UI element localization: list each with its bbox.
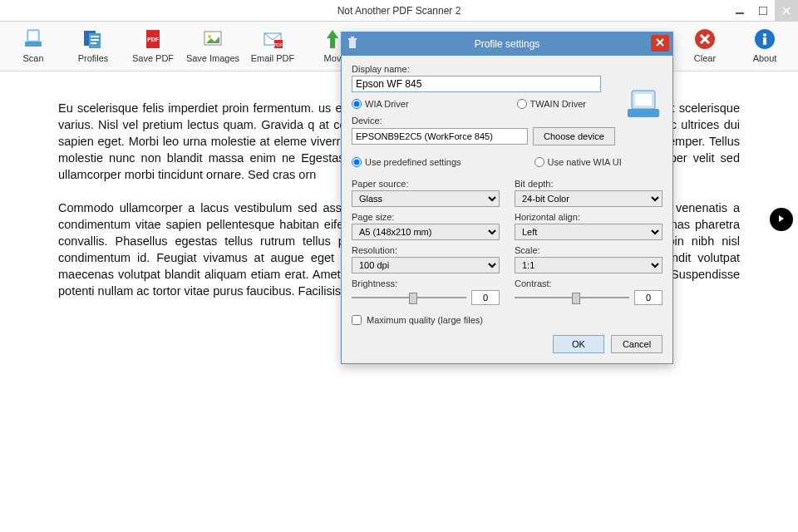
about-button[interactable]: About (735, 25, 795, 65)
clear-label: Clear (694, 53, 716, 63)
contrast-label: Contrast: (515, 278, 663, 288)
profile-settings-dialog: Profile settings Display name: WIA Drive… (341, 32, 673, 364)
pdf-icon: PDF (140, 27, 166, 52)
svg-text:PDF: PDF (274, 42, 283, 47)
scale-select[interactable]: 1:1 (515, 257, 663, 273)
dialog-titlebar: Profile settings (342, 32, 672, 56)
predefined-settings-radio[interactable]: Use predefined settings (352, 157, 461, 167)
wia-driver-radio[interactable]: WIA Driver (352, 99, 409, 109)
save-images-label: Save Images (186, 53, 239, 63)
scale-label: Scale: (515, 245, 663, 255)
close-window-button[interactable] (775, 0, 798, 22)
minimize-button[interactable] (728, 0, 751, 22)
svg-rect-28 (349, 40, 356, 48)
email-pdf-button[interactable]: PDF Email PDF (243, 25, 303, 65)
email-icon: PDF (259, 27, 286, 52)
svg-rect-10 (91, 39, 99, 41)
save-images-button[interactable]: Save Images (183, 25, 243, 65)
horizontal-align-label: Horizontal align: (515, 212, 663, 222)
svg-rect-4 (25, 42, 42, 47)
profiles-icon (80, 27, 106, 52)
brightness-value[interactable] (471, 290, 500, 305)
svg-rect-9 (91, 36, 99, 37)
image-icon (200, 27, 226, 52)
save-pdf-label: Save PDF (132, 53, 174, 63)
scanner-icon (20, 27, 47, 52)
brightness-slider[interactable] (352, 291, 466, 304)
close-icon (656, 37, 664, 49)
bit-depth-select[interactable]: 24-bit Color (515, 190, 663, 207)
contrast-slider[interactable] (515, 291, 629, 304)
max-quality-label: Maximum quality (large files) (367, 315, 483, 325)
profiles-label: Profiles (78, 53, 109, 63)
svg-rect-29 (348, 38, 357, 40)
cancel-button[interactable]: Cancel (611, 335, 663, 353)
wia-driver-label: WIA Driver (365, 99, 409, 109)
svg-line-2 (783, 7, 790, 14)
display-name-label: Display name: (352, 64, 663, 74)
clear-button[interactable]: Clear (675, 25, 735, 65)
bit-depth-label: Bit depth: (515, 179, 663, 189)
titlebar: Not Another PDF Scanner 2 (0, 0, 798, 22)
native-wia-radio[interactable]: Use native WIA UI (534, 157, 622, 167)
display-name-input[interactable] (352, 76, 601, 92)
svg-rect-35 (635, 94, 652, 106)
svg-rect-1 (759, 7, 767, 15)
resolution-label: Resolution: (352, 245, 500, 255)
dialog-title: Profile settings (475, 38, 540, 50)
svg-marker-27 (779, 215, 784, 222)
scan-label: Scan (22, 53, 43, 63)
svg-point-15 (208, 35, 211, 38)
max-quality-checkbox[interactable] (352, 315, 362, 325)
contrast-value[interactable] (634, 290, 663, 305)
scanner-large-icon (624, 87, 663, 122)
chevron-right-icon (777, 214, 786, 225)
device-label: Device: (352, 116, 663, 126)
page-size-label: Page size: (352, 212, 500, 222)
twain-driver-label: TWAIN Driver (530, 99, 586, 109)
svg-rect-0 (736, 12, 744, 14)
svg-point-25 (763, 33, 766, 37)
predefined-label: Use predefined settings (365, 157, 461, 167)
save-pdf-button[interactable]: PDF Save PDF (123, 25, 183, 65)
next-page-button[interactable] (770, 208, 793, 231)
paper-source-label: Paper source: (352, 179, 500, 189)
twain-driver-radio[interactable]: TWAIN Driver (517, 99, 586, 109)
svg-line-3 (783, 7, 790, 14)
resolution-select[interactable]: 100 dpi (352, 257, 500, 273)
email-pdf-label: Email PDF (251, 53, 295, 63)
cross-circle-icon (692, 27, 718, 52)
move-label: Mov (324, 53, 342, 63)
about-label: About (753, 53, 777, 63)
horizontal-align-select[interactable]: Left (515, 224, 663, 240)
scan-button[interactable]: Scan (3, 25, 63, 65)
svg-rect-30 (351, 37, 354, 38)
maximize-button[interactable] (751, 0, 775, 22)
dialog-close-button[interactable] (651, 35, 669, 52)
svg-text:PDF: PDF (147, 37, 160, 42)
paper-source-select[interactable]: Glass (352, 190, 500, 207)
page-size-select[interactable]: A5 (148x210 mm) (352, 224, 500, 240)
native-label: Use native WIA UI (548, 157, 622, 167)
window-title: Not Another PDF Scanner 2 (337, 5, 461, 17)
trash-icon (347, 37, 358, 52)
ok-button[interactable]: OK (553, 335, 604, 353)
svg-marker-20 (327, 30, 338, 48)
svg-rect-6 (29, 32, 37, 40)
svg-rect-11 (91, 42, 96, 44)
choose-device-button[interactable]: Choose device (533, 127, 615, 145)
svg-rect-26 (763, 37, 766, 45)
window-buttons (728, 0, 798, 22)
info-circle-icon (751, 27, 778, 52)
svg-rect-33 (628, 109, 659, 117)
device-input (352, 128, 528, 145)
brightness-label: Brightness: (352, 278, 500, 288)
dialog-body: Display name: WIA Driver TWAIN Driver De… (342, 56, 672, 363)
profiles-button[interactable]: Profiles (63, 25, 123, 65)
